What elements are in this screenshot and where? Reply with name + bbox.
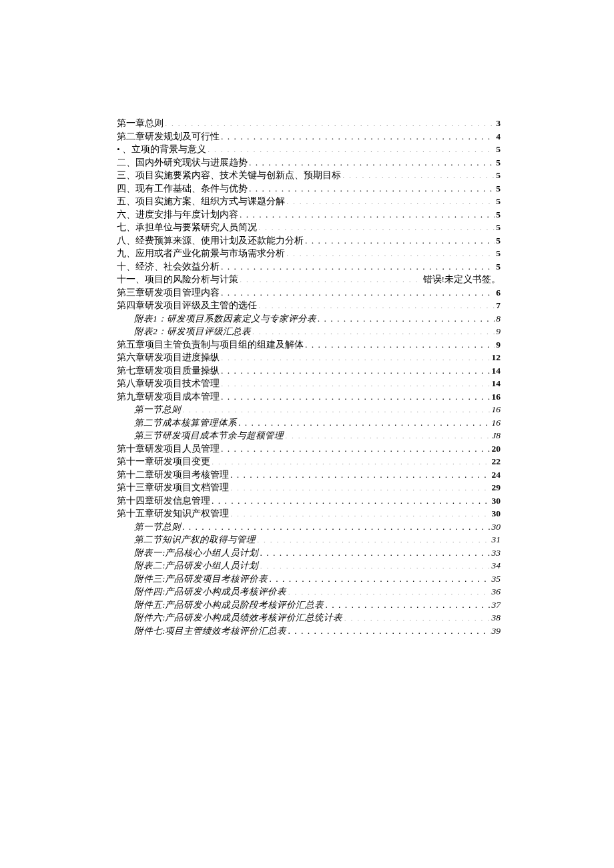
- toc-entry-title: 附表二:产品研发小组人员计划: [134, 559, 259, 572]
- toc-leader-dots: [259, 546, 491, 556]
- toc-entry: 三、项目实施要紧内容、技术关键与创新点、预期目标5: [117, 169, 501, 182]
- toc-entry-page: 22: [491, 455, 501, 468]
- toc-entry-title: 第三章研发项目管理内容: [117, 286, 220, 300]
- toc-leader-dots: [304, 338, 495, 348]
- toc-entry-page: 30: [491, 507, 501, 520]
- toc-entry: • 、立项的背景与意义5: [117, 143, 501, 156]
- toc-entry: 第二节知识产权的取得与管理31: [117, 533, 501, 546]
- toc-entry: 附表二:产品研发小组人员计划34: [117, 559, 501, 572]
- toc-entry-title: 第十二章研发项目考核管理: [117, 468, 229, 482]
- toc-leader-dots: [341, 169, 495, 179]
- toc-entry: 第七章研发项目质量操纵14: [117, 364, 501, 378]
- toc-entry-title: 八、经费预算来源、使用计划及还款能力分析: [117, 234, 304, 248]
- toc-leader-dots: [220, 364, 491, 374]
- toc-entry-title: 第一节总则: [134, 520, 181, 534]
- toc-leader-dots: [268, 572, 491, 582]
- toc-entry: 附件三:产品研发项目考核评价表35: [117, 572, 501, 586]
- toc-entry-title: 七、承担单位与要紧研究人员简况: [117, 221, 257, 234]
- toc-entry: 附表1：研发项目系数因素定义与专家评分表8: [117, 312, 501, 326]
- toc-entry-title: 附件七:项目主管绩效考核评价汇总表: [134, 624, 287, 638]
- toc-entry-title: 第二章研发规划及可行性: [117, 130, 220, 143]
- toc-entry-page: 5: [495, 143, 501, 156]
- toc-entry-title: 第八章研发项目技术管理: [117, 377, 220, 390]
- toc-entry: 第十五章研发知识产权管理30: [117, 507, 501, 520]
- toc-entry-page: 36: [491, 585, 501, 598]
- toc-entry-page: 29: [491, 481, 501, 494]
- toc-leader-dots: [257, 222, 495, 231]
- toc-entry: 九、应用或者产业化前景与市场需求分析5: [117, 247, 501, 260]
- toc-leader-dots: [257, 300, 495, 309]
- toc-entry: 第十章研发项目人员管理20: [117, 442, 501, 456]
- toc-leader-dots: [229, 468, 491, 478]
- toc-entry-title: 六、进度安排与年度计划内容: [117, 208, 238, 222]
- toc-entry-page: 5: [495, 195, 501, 208]
- toc-entry-title: 附表2：研发项目评级汇总表: [134, 325, 251, 338]
- toc-entry-page: 30: [491, 520, 501, 534]
- toc-entry-title: 第二节成本核算管理体系: [134, 416, 237, 430]
- toc-leader-dots: [220, 378, 491, 387]
- toc-entry-page: 5: [495, 221, 501, 234]
- toc-entry-title: 附件六:产品研发小构成员绩效考核评价汇总统计表: [134, 611, 343, 624]
- toc-entry-page: 38: [491, 611, 501, 624]
- toc-entry-page: 3: [495, 117, 501, 130]
- toc-leader-dots: [220, 260, 495, 270]
- toc-leader-dots: [284, 430, 491, 439]
- toc-leader-dots: [181, 520, 491, 530]
- toc-leader-dots: [238, 208, 495, 218]
- toc-entry-title: 第十四章研发信息管理: [117, 494, 210, 508]
- toc-leader-dots: [229, 482, 491, 491]
- toc-entry-title: 十一、项目的风险分析与计策: [117, 273, 238, 286]
- toc-entry: 第九章研发项目成本管理16: [117, 390, 501, 404]
- toc-leader-dots: [248, 182, 495, 191]
- toc-entry-title: 第四章研发项目评级及主管的选任: [117, 299, 257, 312]
- toc-entry-page: 12: [491, 351, 501, 364]
- toc-entry-title: 附表一:产品核心小组人员计划: [134, 546, 259, 560]
- toc-entry-page: 16: [491, 416, 501, 430]
- toc-entry: 附件六:产品研发小构成员绩效考核评价汇总统计表38: [117, 611, 501, 624]
- toc-leader-dots: [210, 494, 491, 504]
- toc-entry-page: 14: [491, 377, 501, 390]
- toc-entry: 附件四:产品研发小构成员考核评价表36: [117, 585, 501, 598]
- toc-entry: 第一章总则3: [117, 117, 501, 130]
- toc-entry-page: 错误!未定义书签。: [422, 273, 501, 286]
- toc-entry-page: 20: [491, 442, 501, 456]
- toc-entry: 第二章研发规划及可行性4: [117, 130, 501, 143]
- toc-entry-page: 34: [491, 559, 501, 572]
- toc-entry: 附件七:项目主管绩效考核评价汇总表39: [117, 624, 501, 638]
- toc-entry: 第十二章研发项目考核管理24: [117, 468, 501, 482]
- toc-entry-title: 第三节研发项目成本节余与超额管理: [134, 429, 284, 442]
- toc-leader-dots: [220, 286, 495, 296]
- toc-entry: 第四章研发项目评级及主管的选任7: [117, 299, 501, 312]
- toc-leader-dots: [287, 586, 491, 595]
- toc-entry-title: • 、立项的背景与意义: [117, 143, 206, 156]
- toc-entry: 附件五:产品研发小构成员阶段考核评价汇总表37: [117, 598, 501, 612]
- toc-entry-title: 第十一章研发项目变更: [117, 455, 210, 468]
- toc-entry-title: 第六章研发项目进度操纵: [117, 351, 220, 364]
- toc-entry-page: 30: [491, 494, 501, 508]
- toc-leader-dots: [220, 130, 495, 139]
- toc-entry: 附表2：研发项目评级汇总表9: [117, 325, 501, 338]
- toc-entry: 第十四章研发信息管理30: [117, 494, 501, 508]
- toc-entry-title: 附件三:产品研发项目考核评价表: [134, 572, 268, 586]
- toc-leader-dots: [164, 117, 495, 127]
- toc-leader-dots: [237, 416, 491, 426]
- toc-entry: 七、承担单位与要紧研究人员简况5: [117, 221, 501, 234]
- toc-leader-dots: [285, 248, 495, 257]
- toc-leader-dots: [220, 390, 491, 400]
- toc-entry-page: 6: [495, 286, 501, 300]
- toc-entry-page: 5: [495, 182, 501, 195]
- toc-entry-title: 第九章研发项目成本管理: [117, 390, 220, 404]
- toc-entry: 附表一:产品核心小组人员计划33: [117, 546, 501, 560]
- toc-entry-page: 8: [495, 312, 501, 326]
- toc-entry: 四、现有工作基础、条件与优势5: [117, 182, 501, 195]
- toc-entry-title: 附件五:产品研发小构成员阶段考核评价汇总表: [134, 598, 324, 612]
- toc-entry-page: 14: [491, 364, 501, 378]
- toc-entry-title: 九、应用或者产业化前景与市场需求分析: [117, 247, 285, 260]
- toc-leader-dots: [220, 442, 491, 452]
- toc-entry-page: 16: [491, 403, 501, 416]
- toc-entry-page: 24: [491, 468, 501, 482]
- toc-entry-page: 39: [491, 624, 501, 638]
- toc-entry-title: 第一节总则: [134, 403, 181, 416]
- toc-entry-page: 35: [491, 572, 501, 586]
- toc-entry-page: 4: [495, 130, 501, 143]
